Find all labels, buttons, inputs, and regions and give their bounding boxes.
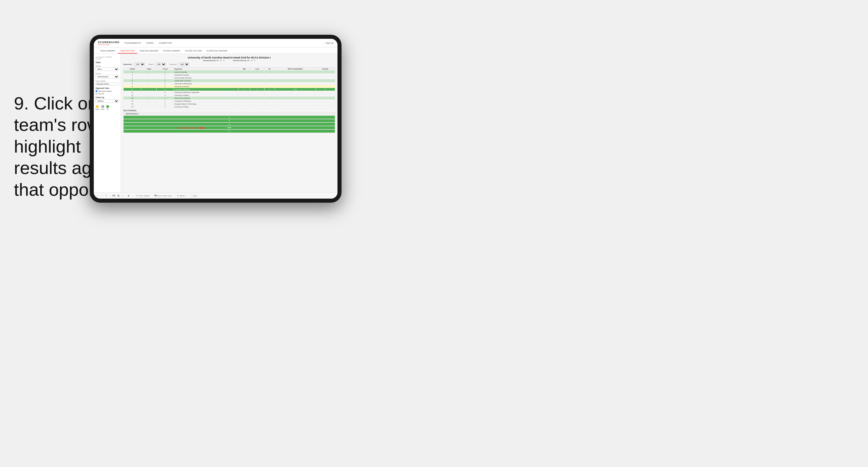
tab-player-summary[interactable]: PLAYER SUMMARY — [161, 49, 183, 54]
table-cell: - — [141, 77, 156, 79]
table-cell: Florida State University — [174, 79, 238, 82]
table-row[interactable]: 8-2University of Washington — [124, 82, 335, 85]
col-conf: # Conf — [157, 67, 174, 71]
opponent-select[interactable]: (All) — [178, 62, 189, 66]
table-cell — [316, 79, 335, 82]
table-cell: Texas Tech University — [174, 97, 238, 99]
table-cell — [275, 103, 316, 106]
table-cell — [239, 79, 250, 82]
legend-level-icon — [101, 105, 104, 108]
share-btn[interactable]: ⇧ Share — [189, 194, 199, 198]
table-cell: 8 — [316, 88, 335, 91]
watch-btn[interactable]: 👁 Watch ▾ — [176, 194, 187, 198]
table-cell — [275, 71, 316, 74]
toolbar-separator-3: | — [132, 195, 132, 197]
table-cell: 0 — [264, 88, 275, 91]
table-row[interactable]: 6-2Florida State University — [124, 79, 335, 82]
division-field-group: Division NCAA Division I — [95, 73, 119, 79]
view-original-btn[interactable]: 👁 View: Original — [135, 194, 151, 198]
table-row[interactable]: 13-1Texas Tech University — [124, 97, 335, 99]
table-row[interactable]: 14-2University of Oklahoma — [124, 99, 335, 103]
table-cell — [239, 91, 250, 94]
nav-committee[interactable]: COMMITTEE — [159, 42, 172, 44]
table-cell — [250, 85, 264, 88]
step-number: 9. — [14, 93, 29, 113]
redo-icon[interactable]: → — [101, 195, 103, 197]
division-record: Division Record: 88 - 17 - 0 — [233, 60, 255, 61]
col-diff: Diff Av Strokes/Rnd — [275, 67, 316, 71]
sign-out-area: | Sign out — [322, 42, 334, 44]
sign-out-link[interactable]: Sign out — [325, 42, 334, 44]
table-cell: 3 — [157, 106, 174, 108]
out-of-division-section: Out of division NCAA Division II 1 0 0 2… — [123, 110, 335, 133]
table-row[interactable]: 3-2Vanderbilt University — [124, 74, 335, 77]
school-input[interactable] — [95, 83, 119, 85]
opponents-select[interactable]: (All) — [134, 62, 145, 66]
nav-teams[interactable]: TEAMS — [146, 42, 154, 44]
table-cell — [316, 74, 335, 77]
table-cell: - — [141, 85, 156, 88]
table-cell — [316, 77, 335, 79]
table-row[interactable]: 2-1Auburn University — [124, 71, 335, 74]
clock-icon[interactable]: ◐ — [128, 195, 130, 197]
nav-tournaments[interactable]: TOURNAMENTS — [124, 42, 141, 44]
out-div-tie: 0 — [123, 122, 335, 126]
table-row[interactable]: 16-3University of Florida — [124, 106, 335, 108]
tab-team-h2h-heatmap[interactable]: TEAM H2H HEATMAP — [137, 49, 161, 54]
radio-opponents-played[interactable]: Opponents Played — [95, 90, 119, 92]
table-cell: 2 — [157, 79, 174, 82]
region-label: Region — [149, 63, 153, 65]
table-cell: University of Washington — [174, 82, 238, 85]
share-icon: ⇧ — [191, 195, 192, 197]
table-cell: 3 — [157, 85, 174, 88]
table-row[interactable]: 9-3University of Arizona — [124, 85, 335, 88]
bottom-toolbar: ← → ↶ | ⌨ ▦ □ | ◐ | 👁 View: Original 💾 S… — [94, 192, 338, 199]
table-cell: Auburn University — [174, 71, 238, 74]
table-cell — [275, 94, 316, 97]
watch-icon: 👁 — [177, 195, 179, 197]
cut-icon[interactable]: ⌨ — [112, 195, 115, 197]
table-row[interactable]: 4-1Arizona State University — [124, 77, 335, 79]
tab-player-h2h-heatmap[interactable]: PLAYER H2H HEATMAP — [204, 49, 230, 54]
table-row[interactable]: 10-5University of Alabama3002.618 — [124, 88, 335, 91]
table-cell: 4 — [157, 103, 174, 106]
col-reg: # Reg — [141, 67, 156, 71]
tab-team-h2h-grid[interactable]: TEAM H2H GRID — [118, 49, 137, 54]
region-select[interactable]: (All) — [155, 62, 166, 66]
table-cell — [275, 106, 316, 108]
table-cell — [275, 97, 316, 99]
table-body: 2-1Auburn University3-2Vanderbilt Univer… — [124, 71, 335, 108]
back-icon[interactable]: ↶ — [105, 195, 107, 197]
table-cell — [250, 99, 264, 103]
table-cell — [250, 77, 264, 79]
undo-icon[interactable]: ← — [97, 195, 99, 197]
table-cell: 1 — [157, 77, 174, 79]
copy-icon[interactable]: ▦ — [118, 195, 120, 197]
table-row[interactable]: 15-4Georgia Institute of Technology — [124, 103, 335, 106]
table-cell — [250, 91, 264, 94]
table-row[interactable]: 12-3University of Virginia — [124, 94, 335, 97]
division-select[interactable]: NCAA Division I — [95, 75, 119, 79]
tab-team-summary[interactable]: TEAM SUMMARY — [98, 49, 118, 54]
table-cell — [264, 71, 275, 74]
nav-items: TOURNAMENTS TEAMS COMMITTEE — [124, 42, 172, 44]
colour-by-select[interactable]: Win/loss — [95, 99, 119, 103]
col-rounds: Rounds — [316, 67, 335, 71]
table-row[interactable]: 11-6University of Arkansas, Fayetteville — [124, 91, 335, 94]
gender-select[interactable]: Men's — [95, 67, 119, 71]
table-cell — [264, 79, 275, 82]
paste-icon[interactable]: □ — [122, 195, 123, 197]
logo-scoreboard: SCOREBOARD — [98, 41, 120, 44]
table-cell — [316, 71, 335, 74]
table-cell — [250, 71, 264, 74]
table-cell — [264, 74, 275, 77]
save-custom-view-btn[interactable]: 💾 Save Custom View — [153, 194, 174, 198]
radio-top100[interactable]: Top 100 — [95, 93, 119, 95]
table-cell — [239, 94, 250, 97]
toolbar-separator-1: | — [110, 195, 110, 197]
colour-by-title: Colour by — [95, 96, 119, 98]
tab-player-h2h-grid[interactable]: PLAYER H2H GRID — [183, 49, 204, 54]
table-cell: 1 — [157, 97, 174, 99]
table-cell — [250, 94, 264, 97]
col-rank: # Rank — [124, 67, 141, 71]
